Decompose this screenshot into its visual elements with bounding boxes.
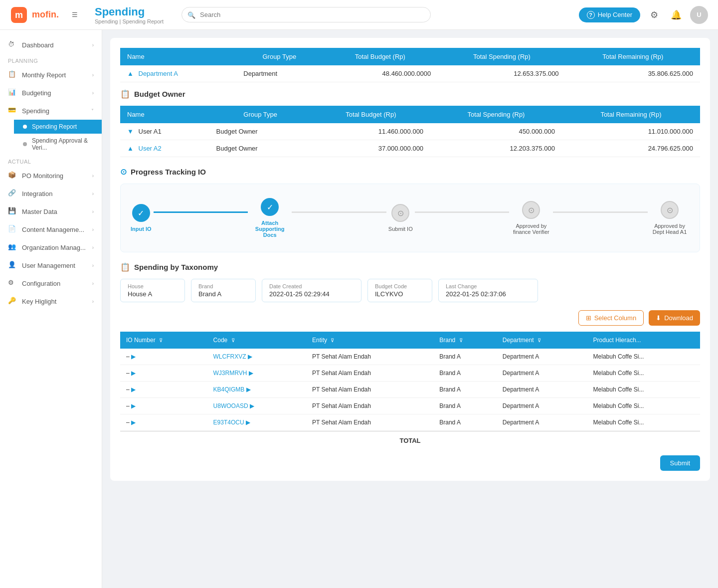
budget-owner-title: 📋 Budget Owner xyxy=(120,89,700,99)
io-cell-code: WLCFRXVZ ▶ xyxy=(207,349,307,365)
row-expand-icon[interactable]: ▶ xyxy=(131,419,136,426)
gear-icon: ⚙ xyxy=(650,9,658,20)
io-dash: – xyxy=(126,370,130,377)
track-label-3: Submit IO xyxy=(388,226,413,232)
code-expand-icon[interactable]: ▶ xyxy=(250,402,254,409)
page-title: Spending xyxy=(95,5,164,18)
spending-report-icon xyxy=(23,125,27,129)
row-expand-icon[interactable]: ▶ xyxy=(131,402,136,409)
chevron-right-icon: › xyxy=(92,42,94,48)
dept-grouptype-cell: Department xyxy=(236,65,322,82)
filter-icon-5[interactable]: ⊽ xyxy=(538,338,541,343)
io-dash: – xyxy=(126,386,130,393)
code-expand-icon[interactable]: ▶ xyxy=(246,386,251,393)
track-circle-5: ⊙ xyxy=(661,201,679,219)
search-input[interactable] xyxy=(181,7,431,22)
io-col-ionumber: IO Number ⊽ xyxy=(120,332,207,349)
code-expand-icon[interactable]: ▶ xyxy=(248,353,252,360)
header-title-area: Spending Spending | Spending Report xyxy=(95,5,164,24)
code-link[interactable]: WJ3RMRVH xyxy=(213,370,247,377)
expand-icon-2[interactable]: ▲ xyxy=(127,145,134,152)
io-cell-product: Melabuh Coffe Si... xyxy=(587,382,700,398)
chevron-right-icon-2: › xyxy=(92,72,94,78)
bo-row2-link[interactable]: User A2 xyxy=(139,145,162,152)
filter-house-label: House xyxy=(128,283,178,289)
expand-icon[interactable]: ▲ xyxy=(127,70,134,77)
filter-brand-value: Brand A xyxy=(198,290,248,298)
sidebar-item-budgeting[interactable]: 📊 Budgeting › xyxy=(0,84,102,102)
row-expand-icon[interactable]: ▶ xyxy=(131,370,136,377)
filter-house-value: House A xyxy=(128,290,178,298)
track-circle-4: ⊙ xyxy=(522,201,540,219)
sidebar-item-spending[interactable]: 💳 Spending ˅ xyxy=(0,102,102,120)
menu-button[interactable]: ☰ xyxy=(67,7,83,23)
chevron-right-icon-6: › xyxy=(92,209,94,214)
chevron-right-icon-4: › xyxy=(92,173,94,179)
progress-tracking-section: ⊙ Progress Tracking IO ✓ Input IO ✓ xyxy=(120,167,700,252)
io-cell-department: Department A xyxy=(497,414,587,431)
io-cell-brand: Brand A xyxy=(433,349,497,365)
table-row: – ▶ U8WOOASD ▶ PT Sehat Alam Endah Brand… xyxy=(120,398,700,414)
row-expand-icon[interactable]: ▶ xyxy=(131,386,136,393)
download-button[interactable]: ⬇ Download xyxy=(649,310,700,326)
filter-last-change-label: Last Change xyxy=(446,283,531,289)
row-expand-icon[interactable]: ▶ xyxy=(131,353,136,360)
code-link[interactable]: WLCFRXVZ xyxy=(213,353,246,360)
main-layout: ⏱ Dashboard › Planning 📋 Monthly Report … xyxy=(0,30,718,588)
bo-col-remaining: Total Remaining (Rp) xyxy=(562,106,700,123)
dept-link[interactable]: Department A xyxy=(139,70,179,77)
progress-title: ⊙ Progress Tracking IO xyxy=(120,167,700,177)
code-expand-icon[interactable]: ▶ xyxy=(246,419,250,426)
logo-text: mofin. xyxy=(32,9,59,20)
io-col-code: Code ⊽ xyxy=(207,332,307,349)
track-line-1 xyxy=(154,211,248,213)
chevron-right-icon-9: › xyxy=(92,263,94,268)
code-link[interactable]: U8WOOASD xyxy=(213,402,248,409)
taxonomy-title: 📋 Spending by Taxonomy xyxy=(120,262,700,272)
chevron-right-icon-8: › xyxy=(92,245,94,250)
avatar[interactable]: U xyxy=(690,6,708,24)
help-btn-label: Help Center xyxy=(598,11,632,18)
table-row: ▲ Department A Department 48.460.000.000… xyxy=(120,65,700,82)
filter-icon-2[interactable]: ⊽ xyxy=(231,338,235,343)
sidebar-item-po-monitoring[interactable]: 📦 PO Monitoring › xyxy=(0,167,102,185)
filter-budget-code-label: Budget Code xyxy=(375,283,425,289)
dept-remaining-cell: 35.806.625.000 xyxy=(566,65,700,82)
sidebar-item-integration[interactable]: 🔗 Integration › xyxy=(0,185,102,202)
sidebar-item-user-management[interactable]: 👤 User Management › xyxy=(0,256,102,274)
sidebar-item-org-management[interactable]: 👥 Organization Manag... › xyxy=(0,238,102,256)
io-cell-ionumber: – ▶ xyxy=(120,414,207,431)
filter-icon-1[interactable]: ⊽ xyxy=(159,338,163,343)
table-row: – ▶ WLCFRXVZ ▶ PT Sehat Alam Endah Brand… xyxy=(120,349,700,365)
sidebar-item-dashboard[interactable]: ⏱ Dashboard › xyxy=(0,36,102,54)
sidebar-item-spending-report[interactable]: Spending Report xyxy=(14,120,102,134)
bo-col-spending: Total Spending (Rp) xyxy=(430,106,562,123)
breadcrumb: Spending | Spending Report xyxy=(95,18,164,24)
sidebar-item-monthly-report[interactable]: 📋 Monthly Report › xyxy=(0,66,102,84)
track-circle-1: ✓ xyxy=(132,204,150,222)
progress-track-container: ✓ Input IO ✓ Attach Supporting Docs ⊙ xyxy=(120,184,700,252)
sidebar-item-content-management[interactable]: 📄 Content Manageme... › xyxy=(0,220,102,238)
io-dash: – xyxy=(126,353,130,360)
bo-row2-remaining: 24.796.625.000 xyxy=(562,140,700,157)
collapse-icon-1[interactable]: ▼ xyxy=(127,128,134,135)
sidebar-item-key-highlight[interactable]: 🔑 Key Higlight › xyxy=(0,292,102,310)
filter-icon-4[interactable]: ⊽ xyxy=(459,338,463,343)
notifications-button[interactable]: 🔔 xyxy=(668,7,684,23)
submit-button[interactable]: Submit xyxy=(660,455,700,471)
sidebar-item-configuration[interactable]: ⚙ Configuration › xyxy=(0,274,102,292)
filter-date-value: 2022-01-25 02:29:44 xyxy=(269,290,354,298)
taxonomy-title-text: Spending by Taxonomy xyxy=(134,263,218,271)
sidebar-item-spending-approval[interactable]: Spending Approval & Veri... xyxy=(14,134,102,155)
code-expand-icon[interactable]: ▶ xyxy=(249,370,253,377)
select-column-button[interactable]: ⊞ Select Column xyxy=(578,310,644,326)
code-link[interactable]: KB4QIGMB xyxy=(213,386,245,393)
io-cell-department: Department A xyxy=(497,349,587,365)
settings-button[interactable]: ⚙ xyxy=(646,7,662,23)
filter-icon-3[interactable]: ⊽ xyxy=(331,338,334,343)
avatar-initials: U xyxy=(697,11,701,18)
code-link[interactable]: E93T4OCU xyxy=(213,419,244,426)
chevron-right-icon-3: › xyxy=(92,90,94,96)
sidebar-item-master-data[interactable]: 💾 Master Data › xyxy=(0,202,102,220)
help-center-button[interactable]: ? Help Center xyxy=(579,7,640,22)
